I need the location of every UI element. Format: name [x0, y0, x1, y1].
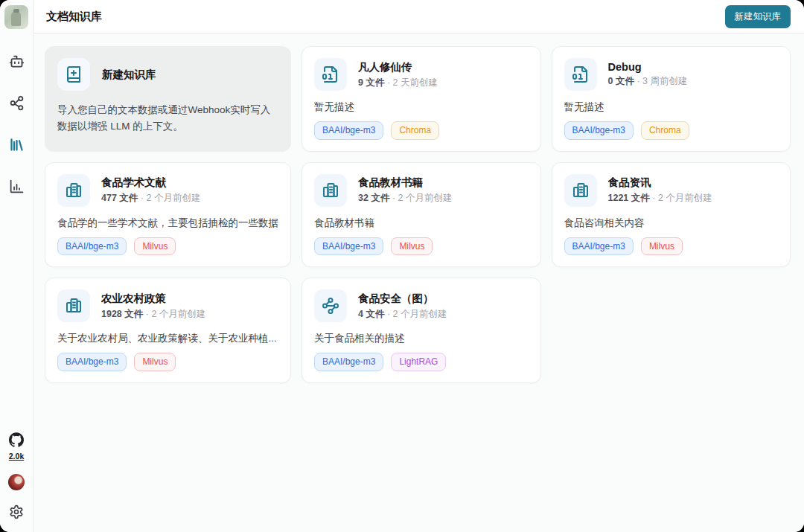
page-title: 文档知识库: [46, 10, 102, 24]
sidebar-item-knowledge-base[interactable]: [7, 136, 26, 156]
kb-card-meta: 4 文件 · 2 个月前创建: [358, 308, 447, 321]
kb-card-title: 食品教材书籍: [358, 176, 452, 190]
github-icon: [9, 432, 24, 450]
kb-card[interactable]: 食品学术文献 477 文件 · 2 个月前创建 食品学的一些学术文献，主要包括抽…: [45, 162, 291, 268]
create-kb-button[interactable]: 新建知识库: [725, 5, 791, 28]
kb-card-meta: 9 文件 · 2 天前创建: [358, 77, 438, 89]
app-window: 2.0k 文档知识库 新建知识库 新建知识库: [0, 0, 804, 532]
gear-icon: [9, 510, 24, 522]
create-kb-card[interactable]: 新建知识库 导入您自己的文本数据或通过Webhook实时写入数据以增强 LLM …: [45, 46, 291, 152]
workflow-icon: [9, 95, 25, 113]
kb-card-description: 食品咨询相关内容: [564, 217, 779, 230]
embedding-model-badge: BAAI/bge-m3: [564, 121, 634, 140]
kb-card-title: 食品资讯: [608, 176, 712, 190]
sidebar-item-workflow[interactable]: [7, 94, 26, 114]
vector-store-badge: Milvus: [134, 353, 176, 371]
kb-card-meta: 1221 文件 · 2 个月前创建: [608, 192, 712, 205]
embedding-model-badge: BAAI/bge-m3: [314, 121, 383, 140]
embedding-model-badge: BAAI/bge-m3: [564, 237, 634, 256]
page-header: 文档知识库 新建知识库: [34, 0, 804, 33]
kb-card[interactable]: Debug 0 文件 · 3 周前创建 暂无描述 BAAI/bge-m3 Chr…: [552, 46, 791, 152]
sidebar-nav: [7, 53, 26, 197]
card-grid: 新建知识库 导入您自己的文本数据或通过Webhook实时写入数据以增强 LLM …: [45, 46, 791, 383]
kb-card-description: 食品教材书籍: [314, 217, 529, 230]
create-card-title: 新建知识库: [102, 68, 156, 82]
kb-card-meta: 1928 文件 · 2 个月前创建: [101, 308, 205, 321]
sidebar-item-statistics[interactable]: [7, 178, 26, 197]
book-plus-icon: [57, 58, 90, 91]
kb-card[interactable]: 食品资讯 1221 文件 · 2 个月前创建 食品咨询相关内容 BAAI/bge…: [552, 162, 791, 268]
kb-card[interactable]: 食品安全（图） 4 文件 · 2 个月前创建 关于食品相关的描述 BAAI/bg…: [302, 278, 541, 383]
vector-store-badge: Milvus: [391, 237, 433, 256]
embedding-model-badge: BAAI/bge-m3: [314, 237, 383, 256]
kb-card-description: 关于农业农村局、农业政策解读、关于农业种植...: [57, 332, 278, 345]
kb-card-title: 凡人修仙传: [358, 60, 438, 74]
kb-card[interactable]: 食品教材书籍 32 文件 · 2 个月前创建 食品教材书籍 BAAI/bge-m…: [302, 162, 541, 268]
kb-card-meta: 477 文件 · 2 个月前创建: [101, 192, 200, 205]
settings-button[interactable]: [7, 504, 25, 522]
kb-card-title: 农业农村政策: [101, 292, 205, 306]
community-icon[interactable]: [8, 474, 25, 490]
kb-card-description: 食品学的一些学术文献，主要包括抽检的一些数据: [57, 217, 278, 230]
library-big-icon: [57, 289, 90, 322]
github-link[interactable]: 2.0k: [9, 432, 24, 461]
vector-store-badge: Chroma: [391, 121, 439, 140]
sidebar: 2.0k: [0, 0, 34, 532]
library-big-icon: [57, 174, 90, 207]
kb-card-title: 食品学术文献: [101, 176, 200, 190]
file-digit-icon: [564, 58, 597, 91]
file-digit-icon: [314, 58, 347, 91]
library-big-icon: [564, 174, 597, 207]
avatar[interactable]: [4, 5, 28, 29]
create-card-head: 新建知识库: [57, 58, 278, 91]
kb-card-meta: 0 文件 · 3 周前创建: [608, 75, 688, 88]
library-icon: [9, 137, 25, 155]
library-big-icon: [314, 174, 347, 207]
sidebar-item-assistant[interactable]: [7, 53, 26, 72]
github-star-count[interactable]: 2.0k: [9, 452, 24, 461]
bot-icon: [9, 54, 25, 71]
kb-card-description: 暂无描述: [564, 100, 779, 114]
create-card-description: 导入您自己的文本数据或通过Webhook实时写入数据以增强 LLM 的上下文。: [57, 102, 278, 135]
embedding-model-badge: BAAI/bge-m3: [57, 353, 127, 371]
kb-card[interactable]: 凡人修仙传 9 文件 · 2 天前创建 暂无描述 BAAI/bge-m3 Chr…: [302, 46, 541, 152]
vector-store-badge: Milvus: [641, 237, 683, 256]
chart-icon: [9, 179, 25, 196]
kb-card-description: 暂无描述: [314, 100, 529, 114]
kb-card-title: Debug: [608, 61, 688, 73]
kb-card[interactable]: 农业农村政策 1928 文件 · 2 个月前创建 关于农业农村局、农业政策解读、…: [45, 278, 291, 383]
vector-store-badge: Milvus: [134, 237, 176, 256]
graph-icon: [314, 289, 347, 322]
vector-store-badge: LightRAG: [391, 353, 446, 371]
embedding-model-badge: BAAI/bge-m3: [314, 353, 383, 371]
vector-store-badge: Chroma: [641, 121, 689, 140]
kb-card-meta: 32 文件 · 2 个月前创建: [358, 192, 452, 205]
sidebar-bottom: 2.0k: [7, 432, 25, 522]
knowledge-base-list: 新建知识库 导入您自己的文本数据或通过Webhook实时写入数据以增强 LLM …: [34, 34, 804, 532]
embedding-model-badge: BAAI/bge-m3: [57, 237, 127, 256]
kb-card-title: 食品安全（图）: [358, 292, 447, 306]
kb-card-description: 关于食品相关的描述: [314, 332, 529, 345]
